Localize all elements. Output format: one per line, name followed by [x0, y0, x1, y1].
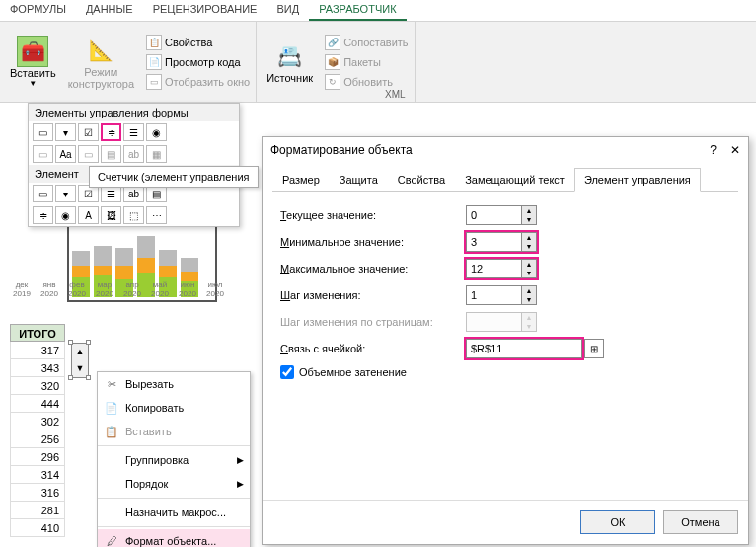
code-icon: 📄 — [146, 54, 162, 70]
tab-view[interactable]: ВИД — [266, 0, 309, 21]
design-mode-button[interactable]: 📐 Режим конструктора — [62, 24, 140, 100]
source-button[interactable]: 📇 Источник — [261, 24, 319, 100]
fc-combo[interactable]: ▾ — [55, 123, 76, 141]
grid-cell[interactable]: 302 — [10, 413, 65, 430]
current-value-input[interactable]: ▲▼ — [466, 205, 537, 225]
refresh-icon: ↻ — [325, 74, 340, 90]
fc-group[interactable]: ▭ — [33, 145, 53, 163]
tab-control[interactable]: Элемент управления — [574, 168, 701, 192]
grid-cell[interactable]: 343 — [10, 359, 65, 377]
max-value-input[interactable]: ▲▼ — [466, 259, 537, 278]
fc-label[interactable]: Aa — [55, 145, 76, 163]
cell-link-input[interactable] — [466, 339, 582, 358]
chevron-right-icon: ▶ — [237, 455, 244, 465]
cm-group[interactable]: Группировка▶ — [98, 448, 250, 472]
tab-size[interactable]: Размер — [272, 168, 330, 192]
run-dialog-button[interactable]: ▭Отобразить окно — [144, 73, 252, 91]
packs-icon: 📦 — [325, 54, 340, 70]
cm-copy[interactable]: 📄Копировать — [98, 396, 250, 420]
grid-cell[interactable]: 320 — [10, 377, 65, 395]
ax-toggle[interactable]: ⬚ — [123, 206, 144, 224]
packs-button[interactable]: 📦Пакеты — [323, 53, 410, 71]
fc-spinner[interactable]: ≑ — [101, 123, 121, 141]
source-icon: 📇 — [274, 40, 306, 72]
sheet-spinner-control[interactable]: ▲ ▼ — [71, 343, 89, 378]
ok-button[interactable]: ОК — [580, 510, 655, 534]
copy-icon: 📄 — [104, 400, 119, 416]
grid-cell[interactable]: 410 — [10, 519, 65, 537]
fc-frame[interactable]: ▭ — [78, 145, 99, 163]
cancel-button[interactable]: Отмена — [663, 510, 738, 534]
tab-protection[interactable]: Защита — [330, 168, 388, 192]
spin-down-icon[interactable]: ▼ — [522, 215, 536, 224]
grid-cell[interactable]: 281 — [10, 502, 65, 519]
close-icon[interactable]: ✕ — [730, 143, 740, 157]
spin-down-icon[interactable]: ▼ — [522, 269, 536, 277]
tab-alttext[interactable]: Замещающий текст — [455, 168, 574, 192]
tab-properties[interactable]: Свойства — [388, 168, 455, 192]
ax-more[interactable]: ⋯ — [146, 206, 167, 224]
cm-cut[interactable]: ✂Вырезать — [98, 372, 250, 396]
fc-text[interactable]: ab — [123, 145, 144, 163]
current-value-label: Текущее значение: — [280, 209, 466, 221]
spin-up-icon[interactable]: ▲ — [72, 344, 88, 360]
format-object-dialog: Форматирование объекта ? ✕ Размер Защита… — [262, 136, 749, 545]
grid-cell[interactable]: 314 — [10, 466, 65, 484]
grid-cell[interactable]: 256 — [10, 430, 65, 448]
fc-option[interactable]: ◉ — [146, 123, 167, 141]
axis-labels: дек 2019янв 2020фев 2020мар 2020апр 2020… — [10, 280, 227, 298]
refresh-button[interactable]: ↻Обновить — [323, 73, 410, 91]
ax-label[interactable]: A — [78, 206, 99, 224]
fc-listbox[interactable]: ☰ — [123, 123, 144, 141]
cm-cut-label: Вырезать — [125, 378, 174, 390]
spin-up-icon[interactable]: ▲ — [522, 260, 536, 269]
cm-format-label: Формат объекта... — [125, 535, 216, 547]
step-input[interactable]: ▲▼ — [466, 285, 537, 305]
fc-button[interactable]: ▭ — [33, 123, 53, 141]
fc-image[interactable]: ▦ — [146, 145, 167, 163]
chevron-right-icon: ▶ — [237, 479, 244, 489]
view-code-button[interactable]: 📄Просмотр кода — [144, 53, 252, 71]
ax-image[interactable]: 🖼 — [101, 206, 121, 224]
tab-developer[interactable]: РАЗРАБОТЧИК — [309, 0, 406, 21]
fc-scroll[interactable]: ▤ — [101, 145, 121, 163]
insert-button[interactable]: 🧰 Вставить ▼ — [4, 24, 62, 100]
ax-spin[interactable]: ≑ — [33, 206, 53, 224]
shadow-checkbox[interactable] — [280, 365, 294, 379]
grid-cell[interactable]: 444 — [10, 395, 65, 413]
grid-cell[interactable]: 316 — [10, 484, 65, 502]
cm-macro[interactable]: Назначить макрос... — [98, 501, 250, 524]
range-picker-icon[interactable]: ⊞ — [584, 339, 604, 358]
map-button[interactable]: 🔗Сопоставить — [323, 34, 410, 51]
tab-data[interactable]: ДАННЫЕ — [76, 0, 143, 21]
properties-button[interactable]: 📋Свойства — [144, 34, 252, 51]
properties-icon: 📋 — [146, 35, 162, 50]
cm-order[interactable]: Порядок▶ — [98, 472, 250, 496]
fc-checkbox[interactable]: ☑ — [78, 123, 99, 141]
spin-up-icon[interactable]: ▲ — [522, 206, 536, 215]
cm-format-object[interactable]: 🖊Формат объекта... — [98, 529, 250, 547]
grid-cell[interactable]: 296 — [10, 448, 65, 466]
form-controls-popup: Элементы управления формы ▭ ▾ ☑ ≑ ☰ ◉ ▭ … — [28, 103, 240, 227]
cm-paste[interactable]: 📋Вставить — [98, 420, 250, 443]
spin-down-icon[interactable]: ▼ — [522, 242, 536, 251]
dialog-title: Форматирование объекта — [270, 143, 413, 157]
min-value-input[interactable]: ▲▼ — [466, 232, 537, 252]
properties-label: Свойства — [165, 37, 212, 48]
help-icon[interactable]: ? — [710, 143, 717, 157]
spin-down-icon[interactable]: ▼ — [522, 295, 536, 304]
dialog-icon: ▭ — [146, 74, 162, 90]
spin-up-icon[interactable]: ▲ — [522, 233, 536, 242]
xml-group-label: XML — [385, 89, 406, 100]
grid-cell[interactable]: 317 — [10, 342, 65, 359]
context-menu: ✂Вырезать 📄Копировать 📋Вставить Группиро… — [97, 371, 251, 547]
ax-option[interactable]: ◉ — [55, 206, 76, 224]
ax-button[interactable]: ▭ — [33, 185, 53, 202]
tab-review[interactable]: РЕЦЕНЗИРОВАНИЕ — [143, 0, 267, 21]
refresh-label: Обновить — [343, 76, 393, 88]
tab-formulas[interactable]: ФОРМУЛЫ — [0, 0, 76, 21]
spin-up-icon[interactable]: ▲ — [522, 286, 536, 295]
cut-icon: ✂ — [104, 376, 119, 392]
ax-combo[interactable]: ▾ — [55, 185, 76, 202]
page-step-input: ▲▼ — [466, 312, 537, 332]
